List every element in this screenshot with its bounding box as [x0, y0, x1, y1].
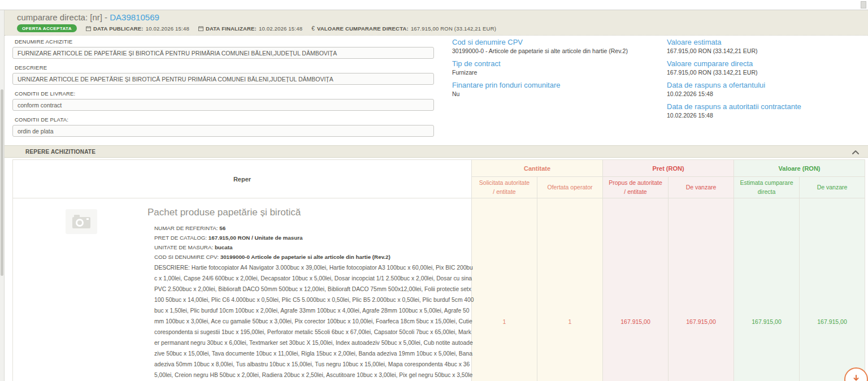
- info-label: Data de raspuns a autoritatii contractan…: [667, 102, 868, 111]
- page-header: cumparare directa: [nr] - DA39810569 OFE…: [5, 10, 868, 35]
- info-value: 10.02.2026 15:48: [667, 90, 868, 97]
- product-image-placeholder: [66, 209, 97, 234]
- chevron-up-icon[interactable]: [851, 148, 860, 156]
- meta-label: DATA PUBLICARE:: [93, 25, 144, 32]
- section-title: REPERE ACHIZITIONATE: [25, 149, 96, 155]
- procurement-number-link[interactable]: DA39810569: [110, 12, 159, 22]
- col-header-valoare-vanzare: De vanzare: [800, 177, 865, 198]
- info-label: Valoare cumparare directa: [667, 59, 868, 68]
- detail-value: 30199000-0 Articole de papetarie si alte…: [220, 254, 390, 260]
- detail-label: COD SI DENUMIRE CPV:: [154, 254, 219, 260]
- denumire-achizitie-input[interactable]: [12, 47, 434, 59]
- left-scrollbar[interactable]: [0, 10, 5, 381]
- conditii-livrare-input[interactable]: [12, 99, 434, 111]
- col-group-cantitate: Cantitate: [472, 160, 603, 177]
- cell-pret-propus: 167.915,00: [603, 198, 669, 381]
- descriere-input[interactable]: [12, 73, 434, 85]
- detail-cod-cpv: COD SI DENUMIRE CPV: 30199000-0 Articole…: [154, 252, 475, 262]
- browser-top-strip: [0, 0, 868, 10]
- details-panel: DENUMIRE ACHIZITIE DESCRIERE CONDITII DE…: [5, 35, 868, 136]
- table-group-header-row: Reper Cantitate Pret (RON) Valoare (RON): [13, 160, 865, 177]
- cell-cantitate-solicitata: 1: [472, 198, 537, 381]
- meta-valoare-cumparare: € VALOARE CUMPARARE DIRECTA: 167.915,00 …: [311, 25, 496, 32]
- conditii-plata-input[interactable]: [12, 125, 434, 137]
- info-label: Data de raspuns a ofertantului: [667, 81, 868, 89]
- cell-valoare-estimata: 167.915,00: [734, 198, 800, 381]
- detail-value: bucata: [215, 244, 233, 250]
- info-value: 30199000-0 - Articole de papetarie si al…: [452, 47, 661, 54]
- detail-numar-referinta: NUMAR DE REFERINTA: 56: [154, 223, 475, 233]
- table-row: Pachet produse papetărie și birotică NUM…: [13, 198, 865, 381]
- col-header-estimata: Estimata cumparare directa: [734, 177, 800, 198]
- col-group-valoare: Valoare (RON): [734, 160, 865, 177]
- meta-data-finalizare: DATA FINALIZARE: 10.02.2026 15:48: [198, 25, 302, 32]
- detail-label: PRET DE CATALOG:: [154, 235, 207, 241]
- page-title: cumparare directa: [nr] - DA39810569: [17, 12, 868, 22]
- page-title-text: cumparare directa: [nr] -: [17, 12, 110, 22]
- calendar-icon: [198, 26, 203, 31]
- header-meta-row: OFERTA ACCEPTATA DATA PUBLICARE: 10.02.2…: [17, 24, 868, 32]
- form-column: DENUMIRE ACHIZITIE DESCRIERE CONDITII DE…: [12, 38, 435, 142]
- info-label: Finantare prin fonduri comunitare: [452, 81, 661, 89]
- repere-table: Reper Cantitate Pret (RON) Valoare (RON)…: [12, 159, 865, 381]
- detail-label: NUMAR DE REFERINTA:: [154, 225, 218, 231]
- field-denumire-achizitie: DENUMIRE ACHIZITIE: [12, 38, 435, 59]
- euro-icon: €: [311, 25, 315, 32]
- info-value: 167.915,00 RON (33.142,21 EUR): [667, 47, 868, 54]
- section-repere-header[interactable]: REPERE ACHIZITIONATE: [5, 145, 868, 158]
- info-raspuns-ofertant: Data de raspuns a ofertantului 10.02.202…: [667, 81, 868, 97]
- detail-unitate-masura: UNITATE DE MASURA: bucata: [154, 243, 475, 252]
- field-descriere: DESCRIERE: [12, 64, 435, 85]
- info-cod-cpv: Cod si denumire CPV 30199000-0 - Articol…: [452, 38, 661, 54]
- col-group-pret: Pret (RON): [603, 160, 734, 177]
- product-details: NUMAR DE REFERINTA: 56 PRET DE CATALOG: …: [154, 223, 475, 262]
- col-header-reper: Reper: [13, 160, 472, 198]
- col-header-ofertata: Ofertata operator: [537, 177, 603, 198]
- info-valoare-cumparare: Valoare cumparare directa 167.915,00 RON…: [667, 59, 868, 76]
- info-valoare-estimata: Valoare estimata 167.915,00 RON (33.142,…: [667, 38, 868, 54]
- meta-label: DATA FINALIZARE:: [206, 25, 257, 32]
- info-column-right: Valoare estimata 167.915,00 RON (33.142,…: [667, 38, 868, 124]
- reper-cell: Pachet produse papetărie și birotică NUM…: [13, 198, 472, 381]
- status-badge: OFERTA ACCEPTATA: [17, 24, 77, 32]
- info-raspuns-autoritate: Data de raspuns a autoritatii contractan…: [667, 102, 868, 119]
- info-tip-contract: Tip de contract Furnizare: [452, 59, 661, 76]
- calendar-icon: [86, 26, 91, 31]
- repere-table-wrap: Reper Cantitate Pret (RON) Valoare (RON)…: [12, 159, 868, 381]
- meta-data-publicare: DATA PUBLICARE: 10.02.2026 15:48: [86, 25, 189, 32]
- camera-icon: [72, 214, 91, 229]
- product-title: Pachet produse papetărie și birotică: [147, 207, 475, 218]
- info-label: Valoare estimata: [667, 38, 868, 46]
- detail-pret-catalog: PRET DE CATALOG: 167.915,00 RON / Unitat…: [154, 233, 475, 243]
- meta-value: 10.02.2026 15:48: [259, 25, 302, 32]
- cell-pret-vanzare: 167.915,00: [669, 198, 734, 381]
- info-column-middle: Cod si denumire CPV 30199000-0 - Articol…: [452, 38, 661, 102]
- field-label: DESCRIERE: [15, 64, 435, 71]
- field-conditii-plata: CONDITII DE PLATA:: [12, 116, 435, 137]
- info-value: 10.02.2026 15:48: [667, 112, 868, 119]
- info-label: Tip de contract: [452, 59, 661, 68]
- detail-value: 56: [219, 225, 225, 231]
- scrollbar-thumb[interactable]: [1, 89, 3, 276]
- info-value: 167.915,00 RON (33.142,21 EUR): [667, 69, 868, 76]
- detail-value: 167.915,00 RON / Unitate de masura: [209, 235, 303, 241]
- scrollbar-button[interactable]: [861, 1, 866, 8]
- col-header-solicitata: Solicitata autoritate / entitate: [472, 177, 537, 198]
- procurement-page: cumparare directa: [nr] - DA39810569 OFE…: [5, 10, 868, 381]
- field-conditii-livrare: CONDITII DE LIVRARE:: [12, 90, 435, 111]
- detail-label: UNITATE DE MASURA:: [154, 244, 213, 250]
- download-icon: [852, 375, 861, 381]
- info-value: Nu: [452, 90, 661, 97]
- col-header-propus: Propus de autoritate / entitate: [603, 177, 669, 198]
- product-block: Pachet produse papetărie și birotică NUM…: [147, 207, 475, 381]
- cell-valoare-vanzare: 167.915,00: [800, 198, 865, 381]
- meta-value: 10.02.2026 15:48: [146, 25, 189, 32]
- info-label: Cod si denumire CPV: [452, 38, 661, 46]
- meta-label: VALOARE CUMPARARE DIRECTA:: [317, 25, 409, 32]
- info-value: Furnizare: [452, 69, 661, 76]
- field-label: CONDITII DE LIVRARE:: [15, 90, 435, 97]
- field-label: DENUMIRE ACHIZITIE: [15, 38, 435, 45]
- col-header-pret-vanzare: De vanzare: [669, 177, 734, 198]
- screen: cumparare directa: [nr] - DA39810569 OFE…: [0, 0, 868, 381]
- field-label: CONDITII DE PLATA:: [15, 116, 435, 123]
